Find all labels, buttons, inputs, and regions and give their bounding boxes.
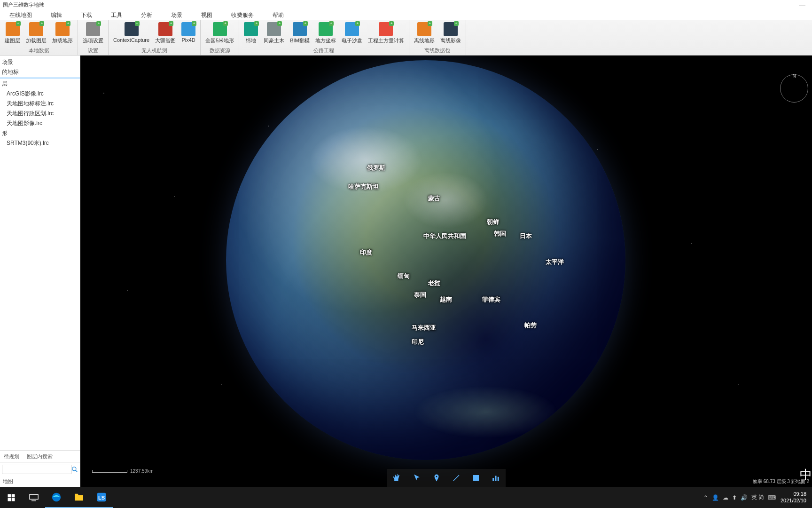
ribbon-local-coord[interactable]: +地方坐标: [312, 21, 339, 46]
ime-tray[interactable]: 英 简: [751, 493, 764, 501]
people-icon[interactable]: 👤: [712, 494, 719, 501]
search-input[interactable]: [2, 465, 71, 474]
menu-下载[interactable]: 下载: [71, 9, 102, 20]
globe-viewport[interactable]: 中华人民共和国蒙古朝鲜韩国日本印度缅甸泰国老挝越南菲律宾马来西亚印尼太平洋帕劳俄…: [80, 56, 812, 487]
compass-widget[interactable]: [780, 74, 808, 103]
app-icon: LS: [96, 492, 107, 502]
tree-node[interactable]: 的地标: [0, 67, 80, 77]
ribbon-load-terrain[interactable]: +加载地形: [49, 21, 76, 46]
ribbon-pix4d[interactable]: +Pix4D: [179, 21, 198, 46]
load-terrain-label: 加载地形: [52, 37, 73, 44]
windows-icon: [7, 493, 16, 502]
tree-node[interactable]: 天地图影像.lrc: [0, 119, 80, 128]
taskview-button[interactable]: [23, 487, 45, 508]
clock[interactable]: 09:18 2021/02/10: [781, 491, 806, 504]
pin-tool[interactable]: [427, 469, 446, 487]
volume-icon[interactable]: 🔊: [741, 494, 748, 501]
bim-model-label: BIM翻模: [290, 37, 310, 44]
tray-icons[interactable]: ⌃ 👤 ☁ ⬆ 🔊 英 简 ⌨: [703, 493, 776, 501]
map-label: 朝鲜: [487, 218, 499, 226]
ribbon-offline-image[interactable]: +离线影像: [437, 21, 464, 46]
pan-tool[interactable]: [387, 469, 407, 487]
pix4d-icon: +: [181, 22, 195, 36]
ribbon-sandbox[interactable]: +电子沙盘: [339, 21, 365, 46]
svg-rect-7: [8, 494, 11, 497]
tree-node[interactable]: 天地图地标标注.lrc: [0, 99, 80, 109]
earthwork-icon: +: [379, 22, 393, 36]
ribbon: +建图层+加载图层+加载地形本地数据+选项设置设置+ContextCapture…: [0, 20, 812, 56]
scale-value: 1237.59km: [130, 468, 153, 474]
tree-node[interactable]: 层: [0, 79, 80, 89]
weidi-icon: +: [244, 22, 258, 36]
start-button[interactable]: [0, 487, 23, 508]
tree-node[interactable]: SRTM3(90米).lrc: [0, 138, 80, 148]
map-label: 地图: [0, 476, 80, 487]
ribbon-new-layer[interactable]: +建图层: [2, 21, 23, 46]
group-label: 数据资源: [210, 46, 230, 55]
bim-model-icon: +: [293, 22, 307, 36]
ribbon-load-layer[interactable]: +加载图层: [23, 21, 49, 46]
map-label: 老挝: [428, 279, 440, 287]
tonghao-label: 同豪土木: [264, 37, 284, 44]
contextcapture-icon: +: [125, 22, 139, 36]
ribbon-options[interactable]: +选项设置: [80, 21, 106, 46]
sidebar-tab-图层内搜索[interactable]: 图层内搜索: [23, 451, 56, 462]
tree-node[interactable]: 天地图行政区划.lrc: [0, 109, 80, 119]
menu-视图[interactable]: 视图: [192, 9, 222, 20]
map-label: 泰国: [414, 291, 426, 299]
explorer-button[interactable]: [68, 487, 90, 508]
globe[interactable]: 中华人民共和国蒙古朝鲜韩国日本印度缅甸泰国老挝越南菲律宾马来西亚印尼太平洋帕劳俄…: [226, 60, 625, 460]
map-label: 韩国: [494, 230, 506, 238]
edge-button[interactable]: [45, 487, 68, 508]
group-label: 无人机航测: [141, 46, 167, 55]
menu-在线地图[interactable]: 在线地图: [0, 9, 41, 20]
minimize-button[interactable]: —: [795, 1, 809, 8]
menu-编辑[interactable]: 编辑: [41, 9, 71, 20]
ribbon-national-5m[interactable]: +全国5米地形: [203, 21, 237, 46]
ribbon-weidi[interactable]: +纬地: [241, 21, 261, 46]
svg-rect-4: [492, 478, 494, 481]
map-label: 日本: [520, 232, 532, 240]
ribbon-tonghao[interactable]: +同豪土木: [261, 21, 287, 46]
onedrive-icon[interactable]: ☁: [723, 494, 728, 501]
menu-工具[interactable]: 工具: [102, 9, 132, 20]
rect-tool[interactable]: [466, 469, 486, 487]
taskview-icon: [29, 494, 39, 501]
svg-point-13: [52, 492, 61, 501]
dji-map-label: 大疆智图: [155, 37, 176, 44]
ribbon-contextcapture[interactable]: +ContextCapture: [110, 21, 152, 46]
menu-分析[interactable]: 分析: [132, 9, 162, 20]
search-button[interactable]: [71, 465, 78, 474]
contextcapture-label: ContextCapture: [113, 37, 149, 43]
tree-node[interactable]: ArcGIS影像.lrc: [0, 89, 80, 99]
select-tool[interactable]: [407, 469, 427, 487]
view-toolbar: [387, 469, 506, 487]
keyboard-icon[interactable]: ⌨: [768, 494, 776, 501]
workspace: 场景的地标层ArcGIS影像.lrc天地图地标标注.lrc天地图行政区划.lrc…: [0, 56, 812, 487]
svg-rect-9: [8, 498, 11, 501]
national-5m-label: 全国5米地形: [205, 37, 234, 44]
map-label: 马来西亚: [412, 324, 436, 332]
ribbon-bim-model[interactable]: +BIM翻模: [287, 21, 312, 46]
network-icon[interactable]: ⬆: [732, 494, 737, 501]
map-label: 蒙古: [428, 194, 440, 203]
titlebar: 国产三维数字地球 —: [0, 0, 812, 9]
chart-tool[interactable]: [486, 469, 506, 487]
menu-收费服务[interactable]: 收费服务: [222, 9, 263, 20]
sidebar-tab-径规划[interactable]: 径规划: [0, 451, 23, 462]
map-label: 越南: [440, 295, 452, 304]
ribbon-dji-map[interactable]: +大疆智图: [152, 21, 179, 46]
ribbon-offline-terrain[interactable]: +离线地形: [411, 21, 437, 46]
group-label: 离线数据包: [424, 46, 450, 55]
search-row: [0, 462, 80, 476]
app-button[interactable]: LS: [90, 487, 113, 508]
chevron-up-icon[interactable]: ⌃: [703, 494, 708, 501]
menu-帮助[interactable]: 帮助: [263, 9, 293, 20]
line-tool[interactable]: [446, 469, 466, 487]
ribbon-earthwork[interactable]: +工程土方量计算: [365, 21, 407, 46]
ribbon-group-数据资源: +全国5米地形数据资源: [201, 20, 239, 55]
tree-node[interactable]: 形: [0, 128, 80, 138]
menu-场景[interactable]: 场景: [162, 9, 192, 20]
sandbox-label: 电子沙盘: [342, 37, 362, 44]
tree-node[interactable]: 场景: [0, 57, 80, 67]
